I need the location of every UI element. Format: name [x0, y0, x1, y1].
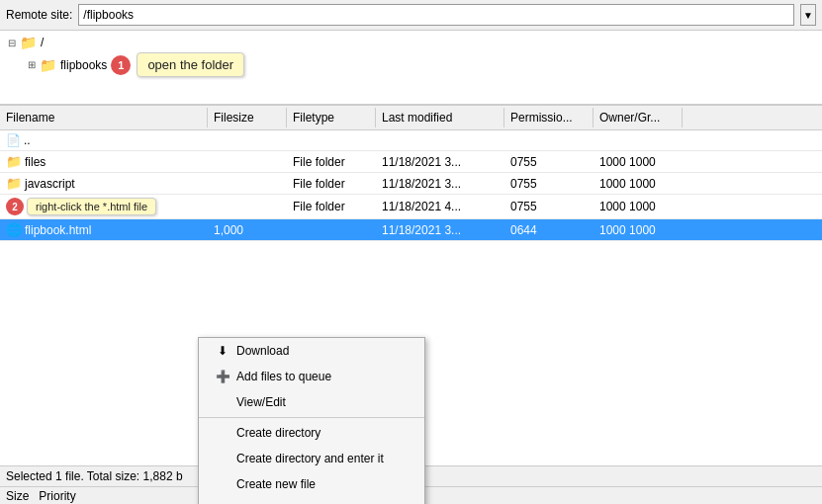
cell-modified: 11/18/2021 3...	[376, 219, 504, 240]
menu-label-add-queue: Add files to queue	[236, 370, 331, 383]
chevron-down-icon: ▼	[803, 10, 813, 21]
header-owner: Owner/Gr...	[594, 108, 683, 127]
table-row[interactable]: 🌐flipbook.html 1,000 11/18/2021 3... 064…	[0, 219, 822, 241]
table-row[interactable]: 📁javascript File folder 11/18/2021 3... …	[0, 173, 822, 195]
download-icon: ⬇	[215, 343, 230, 359]
cell-modified: 11/18/2021 4...	[376, 195, 504, 218]
menu-item-create-dir-enter[interactable]: Create directory and enter it	[199, 446, 424, 471]
folder-icon: 📁	[6, 154, 22, 169]
cell-perms: 0755	[504, 151, 594, 172]
cell-type	[287, 219, 376, 240]
queue-icon: ➕	[215, 369, 230, 384]
empty-icon4	[215, 476, 230, 492]
cell-perms: 0644	[504, 219, 594, 240]
menu-item-view-edit[interactable]: View/Edit	[199, 389, 424, 415]
step1-badge: 1	[111, 55, 131, 75]
status-text: Selected 1 file. Total size: 1,882 b	[6, 469, 183, 483]
cell-name: 📁files	[0, 151, 208, 172]
header-filename: Filename	[0, 108, 208, 127]
cell-name: 🌐flipbook.html	[0, 219, 208, 240]
menu-item-refresh[interactable]: Refresh	[199, 497, 424, 504]
cell-owner: 1000 1000	[594, 151, 683, 172]
remote-site-dropdown[interactable]: ▼	[800, 4, 816, 26]
main-content: ⊟ 📁 / ⊞ 📁 flipbooks 1 open the folder Fi…	[0, 31, 822, 504]
header-filetype: Filetype	[287, 108, 376, 127]
cell-modified: 11/18/2021 3...	[376, 151, 504, 172]
menu-label-download: Download	[236, 344, 289, 358]
cell-type: File folder	[287, 151, 376, 172]
table-row[interactable]: 📄..	[0, 130, 822, 151]
cell-owner: 1000 1000	[594, 219, 683, 240]
file-list-header: Filename Filesize Filetype Last modified…	[0, 105, 822, 130]
step1-tooltip: open the folder	[137, 52, 244, 77]
remote-site-bar: Remote site: ▼	[0, 0, 822, 31]
cell-modified: 11/18/2021 3...	[376, 173, 504, 194]
table-row[interactable]: 2 right-click the *.html file File folde…	[0, 195, 822, 219]
root-folder-icon: 📁	[20, 35, 37, 50]
menu-label-view-edit: View/Edit	[236, 395, 286, 409]
tree-root: ⊟ 📁 /	[8, 35, 814, 50]
cell-type	[287, 130, 376, 150]
cell-size: 1,000	[208, 219, 287, 240]
file-list-area: Filename Filesize Filetype Last modified…	[0, 105, 822, 465]
empty-icon2	[215, 425, 230, 441]
cell-size	[208, 151, 287, 172]
size-label: Size	[6, 489, 29, 503]
step2-tooltip: right-click the *.html file	[27, 198, 156, 215]
header-modified: Last modified	[376, 108, 504, 127]
child-folder-icon: 📁	[40, 57, 56, 73]
cell-size	[208, 195, 287, 218]
cell-owner	[594, 130, 683, 150]
menu-label-create-file: Create new file	[236, 477, 316, 491]
cell-type: File folder	[287, 173, 376, 194]
child-expand-icon: ⊞	[28, 59, 36, 70]
html-icon: 🌐	[6, 222, 22, 237]
cell-type: File folder	[287, 195, 376, 218]
tree-child-label: flipbooks	[60, 58, 107, 72]
empty-icon	[215, 394, 230, 410]
file-rows-container: 📄.. 📁files File folder 11/18/2021 3... 0…	[0, 130, 822, 241]
menu-item-create-file[interactable]: Create new file	[199, 471, 424, 497]
menu-separator-1	[199, 417, 424, 418]
header-filesize: Filesize	[208, 108, 287, 127]
cell-modified	[376, 130, 504, 150]
empty-icon3	[215, 451, 230, 466]
menu-label-create-dir-enter: Create directory and enter it	[236, 452, 384, 465]
cell-perms: 0755	[504, 173, 594, 194]
parent-icon: 📄	[6, 133, 21, 147]
folder-icon: 📁	[6, 176, 22, 191]
menu-item-download[interactable]: ⬇ Download	[199, 338, 424, 364]
tree-child: ⊞ 📁 flipbooks 1 open the folder	[28, 52, 814, 77]
header-perms: Permissio...	[504, 108, 594, 127]
cell-perms: 0755	[504, 195, 594, 218]
tree-root-label: /	[41, 36, 44, 49]
cell-perms	[504, 130, 594, 150]
menu-item-create-dir[interactable]: Create directory	[199, 420, 424, 446]
cell-name: 📁javascript	[0, 173, 208, 194]
cell-owner: 1000 1000	[594, 173, 683, 194]
cell-name: 📄..	[0, 130, 208, 150]
cell-owner: 1000 1000	[594, 195, 683, 218]
remote-site-input[interactable]	[78, 4, 794, 26]
tree-area: ⊟ 📁 / ⊞ 📁 flipbooks 1 open the folder	[0, 31, 822, 105]
cell-size	[208, 130, 287, 150]
table-row[interactable]: 📁files File folder 11/18/2021 3... 0755 …	[0, 151, 822, 173]
menu-label-create-dir: Create directory	[236, 426, 320, 440]
context-menu: ⬇ Download ➕ Add files to queue View/Edi…	[198, 337, 425, 504]
menu-item-add-queue[interactable]: ➕ Add files to queue	[199, 364, 424, 389]
step2-badge: 2	[6, 198, 24, 215]
cell-size	[208, 173, 287, 194]
remote-site-label: Remote site:	[6, 8, 72, 22]
priority-label: Priority	[39, 489, 75, 503]
cell-name: 2 right-click the *.html file	[0, 195, 208, 218]
expand-icon: ⊟	[8, 38, 16, 48]
